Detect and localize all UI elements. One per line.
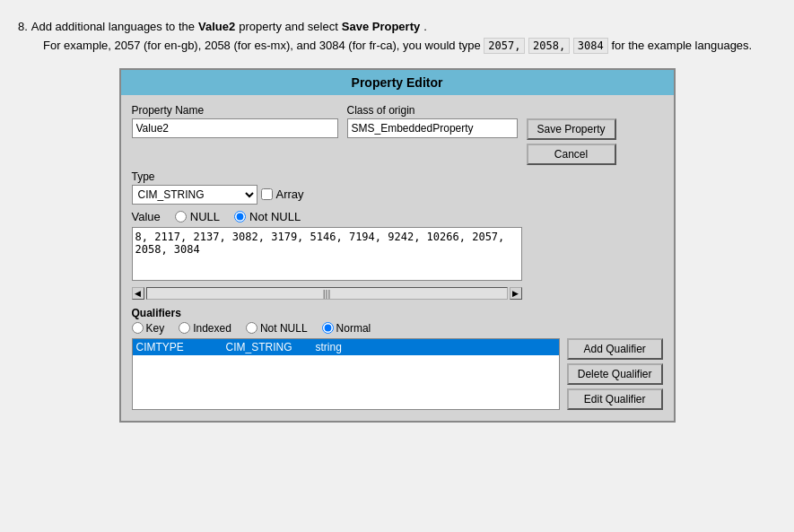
code3: 3084 [573, 38, 608, 54]
edit-qualifier-button[interactable]: Edit Qualifier [567, 388, 663, 410]
type-select[interactable]: CIM_STRING [132, 185, 257, 205]
qualifiers-radios: Key Indexed Not NULL Normal [132, 322, 663, 335]
step-text: Add additional languages to the [31, 18, 195, 37]
property-name-bold: Value2 [198, 18, 235, 37]
delete-qualifier-button[interactable]: Delete Qualifier [567, 363, 663, 385]
property-name-label: Property Name [132, 104, 338, 117]
code1: 2057, [484, 38, 525, 54]
type-label: Type [132, 170, 304, 183]
not-null-radio[interactable] [234, 211, 246, 222]
step-action: property and select [239, 18, 338, 37]
h-scroll-track[interactable]: ||| [146, 287, 508, 300]
instruction-block: 8. Add additional languages to the Value… [18, 18, 776, 56]
null-label: NULL [190, 210, 220, 223]
qualifier-col1: CIMTYPE [136, 341, 208, 353]
property-editor-dialog: Property Editor Property Name Class of o… [119, 68, 676, 423]
qualifiers-label: Qualifiers [132, 307, 663, 319]
scroll-right-arrow[interactable]: ▶ [510, 287, 522, 300]
example-suffix: for the example languages. [611, 39, 752, 52]
qualifiers-section: Qualifiers Key Indexed Not NULL Normal [132, 307, 663, 410]
array-checkbox[interactable] [261, 188, 273, 200]
qualifiers-content: CIMTYPE CIM_STRING string Add Qualifier … [132, 338, 663, 410]
value-label: Value [132, 210, 161, 223]
period: . [423, 18, 427, 37]
qualifier-col3: string [316, 341, 388, 353]
save-label-bold: Save Property [342, 18, 420, 37]
array-label: Array [276, 188, 304, 201]
indexed-label: Indexed [193, 322, 231, 335]
qualifier-list[interactable]: CIMTYPE CIM_STRING string [132, 338, 560, 410]
save-property-button[interactable]: Save Property [527, 118, 616, 140]
not-null-qual-label: Not NULL [260, 322, 308, 335]
normal-radio[interactable] [322, 322, 334, 334]
property-name-input[interactable] [132, 118, 338, 138]
class-of-origin-input[interactable] [347, 118, 518, 138]
example-line: For example, 2057 (for en-gb), 2058 (for… [43, 39, 481, 52]
scroll-left-arrow[interactable]: ◀ [132, 287, 144, 300]
null-radio[interactable] [175, 211, 187, 222]
code2: 2058, [528, 38, 570, 54]
indexed-radio[interactable] [179, 322, 190, 334]
value-textarea[interactable]: 8, 2117, 2137, 3082, 3179, 5146, 7194, 9… [132, 227, 522, 281]
dialog-title: Property Editor [121, 70, 674, 95]
qualifier-buttons: Add Qualifier Delete Qualifier Edit Qual… [567, 338, 663, 410]
not-null-label: Not NULL [249, 210, 301, 223]
step-number: 8. [18, 18, 28, 37]
cancel-button[interactable]: Cancel [527, 144, 616, 165]
value-textarea-wrap: 8, 2117, 2137, 3082, 3179, 5146, 7194, 9… [132, 227, 522, 283]
scrollbar-row: ◀ ||| ▶ [132, 287, 522, 300]
key-label: Key [146, 322, 165, 335]
class-of-origin-label: Class of origin [347, 104, 518, 117]
normal-label: Normal [336, 322, 371, 335]
qualifier-row[interactable]: CIMTYPE CIM_STRING string [133, 339, 559, 355]
add-qualifier-button[interactable]: Add Qualifier [567, 338, 663, 360]
qualifier-col2: CIM_STRING [226, 341, 298, 353]
key-radio[interactable] [132, 322, 144, 334]
not-null-qual-radio[interactable] [246, 322, 257, 334]
